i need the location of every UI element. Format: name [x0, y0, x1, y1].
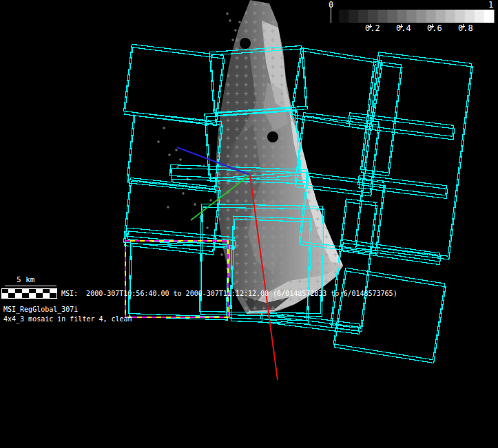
colorbar-tick-label: 0.8	[458, 24, 473, 32]
colorbar-max-label: 1	[488, 1, 493, 9]
scale-bar-cell	[43, 288, 50, 293]
render-canvas	[0, 0, 498, 448]
scale-bar-cell	[50, 288, 56, 293]
scale-bar-cell	[43, 293, 50, 298]
scale-bar-cell	[22, 288, 29, 293]
colorbar-tick-label: 0.2	[365, 24, 380, 32]
crater	[240, 38, 251, 49]
colorbar-step	[446, 10, 456, 23]
scale-bar-cell	[15, 293, 22, 298]
colorbar-step	[455, 10, 466, 23]
colorbar-step	[358, 10, 369, 23]
colorbar-step	[426, 10, 437, 23]
colorbar-step	[339, 10, 349, 23]
colorbar-step	[349, 10, 359, 23]
status-line-observation-range: MSI: 2000-307T10:56:40.00 to 2000-307T11…	[61, 290, 397, 298]
scale-bar-cell	[22, 293, 29, 298]
crater	[267, 131, 278, 142]
colorbar-step	[484, 10, 495, 23]
scale-bar-cell	[8, 288, 15, 293]
colorbar-min-label: 0	[329, 1, 333, 9]
colorbar-tick-label: 0.4	[396, 24, 411, 32]
scale-bar-cell	[15, 288, 22, 293]
colorbar-step	[368, 10, 378, 23]
scale-bar-cell	[1, 293, 8, 298]
colorbar-step	[377, 10, 388, 23]
scale-bar-cell	[8, 293, 15, 298]
scale-bar-cell	[1, 288, 8, 293]
colorbar-step	[387, 10, 397, 23]
colorbar-step	[417, 10, 427, 23]
colorbar-step	[465, 10, 475, 23]
scale-bar-cell	[29, 288, 36, 293]
scale-bar-cell	[29, 293, 36, 298]
colorbar-tick-label: 0.6	[427, 24, 442, 32]
scale-bar-cell	[50, 293, 56, 298]
scale-bar-cell	[36, 288, 43, 293]
mosaic-description: 4x4_3 mosaic in filter 4, clean	[3, 315, 132, 323]
colorbar-step	[436, 10, 446, 23]
colorbar-step	[397, 10, 407, 23]
sequence-name: MSI_RegGlobal_307i	[3, 306, 78, 314]
colorbar-step	[475, 10, 485, 23]
scale-bar-label: 5 km	[17, 276, 35, 284]
scale-bar-cell	[36, 293, 43, 298]
msi-coverage-viewer: 0 1 0.20.40.60.8 5 km MSI: 2000-307T10:5…	[0, 0, 498, 448]
colorbar-step	[406, 10, 417, 23]
